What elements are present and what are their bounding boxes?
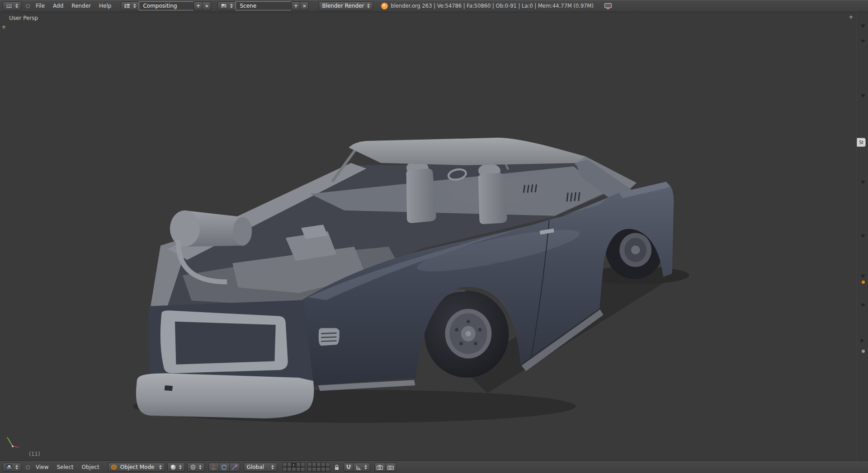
layer-toggle-17[interactable] (312, 467, 316, 472)
menu-object[interactable]: Object (78, 461, 104, 473)
panel-collapse-arrow-icon[interactable] (861, 338, 864, 343)
close-scene-button[interactable]: ✕ (300, 1, 309, 10)
menu-render[interactable]: Render (67, 0, 95, 12)
translate-manipulator-button[interactable] (208, 463, 219, 472)
viewport-shading-dropdown[interactable] (167, 463, 185, 472)
mode-dropdown[interactable]: Object Mode (108, 463, 165, 472)
menu-add[interactable]: Add (49, 0, 67, 12)
screen-layout-browse-button[interactable] (121, 1, 139, 10)
header-collapse-toggle[interactable] (26, 4, 30, 8)
view-name-label: User Persp (9, 15, 38, 21)
header-collapse-toggle[interactable] (26, 465, 30, 469)
lock-icon[interactable] (334, 464, 340, 470)
scale-manipulator-button[interactable] (229, 463, 240, 472)
scene-selector: Scene + ✕ (217, 1, 309, 10)
panel-dot-icon (862, 350, 865, 353)
layer-toggle-16[interactable] (307, 467, 312, 472)
3d-viewport[interactable]: User Persp + + (11) St (0, 12, 868, 461)
3d-view-editor-icon (6, 464, 12, 470)
layer-toggle-20[interactable] (326, 467, 330, 472)
snap-element-dropdown[interactable] (353, 463, 370, 472)
scene-icon (221, 3, 227, 9)
layer-toggle-15[interactable] (326, 463, 330, 467)
layer-toggle-18[interactable] (316, 467, 321, 472)
layer-toggle-1[interactable] (283, 463, 287, 467)
menu-file[interactable]: File (32, 0, 49, 12)
render-engine-value: Blender Render (322, 3, 364, 9)
scene-browse-button[interactable] (217, 1, 236, 10)
layer-toggle-10[interactable] (301, 467, 305, 472)
axis-mini-gizmo (4, 433, 22, 451)
panel-collapse-arrow-icon[interactable] (861, 234, 865, 238)
layers-group-1 (283, 463, 305, 472)
properties-expand-icon[interactable]: + (849, 14, 854, 20)
toolshelf-expand-icon[interactable]: + (1, 24, 6, 30)
orientation-value: Global (247, 464, 264, 470)
screencast-icon[interactable] (604, 3, 612, 9)
chevron-updown-icon (15, 4, 18, 8)
close-screen-button[interactable]: ✕ (202, 1, 211, 10)
status-stats-text: blender.org 263 | Ve:54786 | Fa:50860 | … (391, 3, 594, 9)
screen-layout-name-field[interactable]: Compositing (139, 1, 194, 10)
panel-collapse-arrow-icon[interactable] (861, 94, 865, 98)
panel-collapse-arrow-icon[interactable] (861, 40, 865, 43)
screen-layout-icon (124, 3, 130, 9)
pivot-point-dropdown[interactable] (187, 463, 205, 472)
layer-toggle-6[interactable] (283, 467, 287, 472)
collapsed-region-rail: St (856, 12, 868, 461)
object-mode-icon (111, 464, 117, 470)
camera-film-icon (387, 465, 394, 470)
blender-logo-icon (381, 3, 388, 9)
snap-toggle-button[interactable] (344, 463, 354, 472)
camera-icon (377, 465, 383, 470)
layers-group-2 (307, 463, 330, 472)
layer-toggle-5[interactable] (301, 463, 305, 467)
panel-collapse-arrow-icon[interactable] (861, 304, 865, 307)
layer-toggle-19[interactable] (321, 467, 326, 472)
transform-orientation-dropdown[interactable]: Global (244, 463, 277, 472)
chevron-updown-icon (367, 4, 370, 8)
layer-toggle-12[interactable] (312, 463, 316, 467)
collapsed-panel-tab[interactable]: St (857, 138, 866, 147)
scene-name-field[interactable]: Scene (236, 1, 292, 10)
scale-manipulator-icon (231, 464, 237, 470)
pivot-point-icon (190, 464, 196, 470)
car-model-render (0, 12, 868, 461)
layer-toggle-4[interactable] (296, 463, 301, 467)
chevron-updown-icon (230, 4, 233, 8)
manipulator-toggle-group (208, 463, 240, 472)
menu-view[interactable]: View (32, 461, 52, 473)
info-header: File Add Render Help Compositing + ✕ Sce… (0, 0, 868, 12)
opengl-render-anim-button[interactable] (385, 463, 396, 472)
car-rear-bumper (136, 373, 314, 418)
layer-toggle-2[interactable] (287, 463, 292, 467)
menu-help[interactable]: Help (95, 0, 115, 12)
editor-type-button-3dview[interactable] (3, 463, 21, 472)
frame-count-label: (11) (29, 451, 40, 457)
menu-select[interactable]: Select (52, 461, 77, 473)
chevron-updown-icon (159, 465, 162, 469)
panel-collapse-arrow-icon[interactable] (861, 275, 865, 278)
panel-collapse-arrow-icon[interactable] (861, 181, 865, 184)
mode-value: Object Mode (120, 464, 155, 470)
3d-view-header: View Select Object Object Mode (0, 461, 868, 473)
editor-type-button-info[interactable] (3, 1, 21, 10)
panel-collapse-arrow-icon[interactable] (861, 24, 865, 28)
layer-toggle-13[interactable] (316, 463, 321, 467)
layer-toggle-8[interactable] (292, 467, 296, 472)
layer-toggle-11[interactable] (307, 463, 312, 467)
render-engine-dropdown[interactable]: Blender Render (319, 1, 373, 10)
add-screen-button[interactable]: + (193, 1, 203, 10)
info-editor-icon (6, 3, 12, 9)
layer-toggle-7[interactable] (287, 467, 292, 472)
rotate-manipulator-icon (221, 464, 227, 470)
rotate-manipulator-button[interactable] (219, 463, 230, 472)
chevron-updown-icon (364, 465, 367, 469)
add-scene-button[interactable]: + (291, 1, 300, 10)
screen-layout-selector: Compositing + ✕ (121, 1, 211, 10)
opengl-render-still-button[interactable] (374, 463, 386, 472)
chevron-updown-icon (199, 465, 202, 469)
layer-toggle-14[interactable] (321, 463, 326, 467)
layer-toggle-9[interactable] (296, 467, 301, 472)
layer-toggle-3[interactable] (292, 463, 296, 467)
